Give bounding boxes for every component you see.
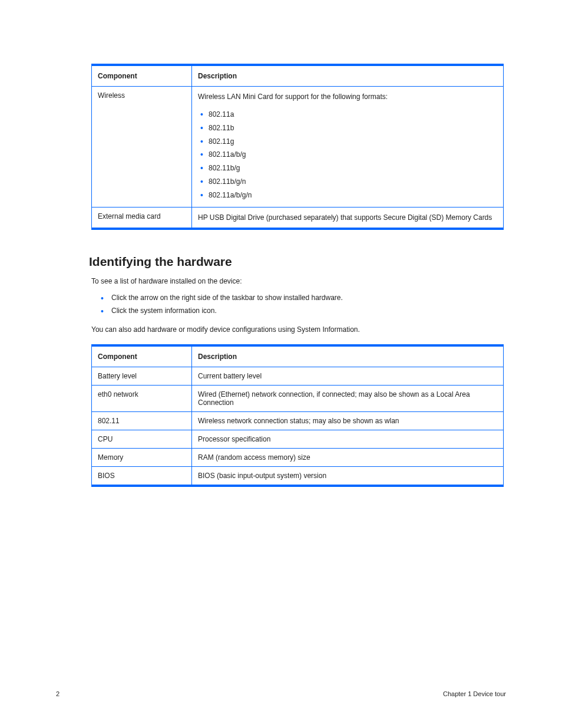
list-item: 802.11b/g bbox=[198, 162, 497, 175]
table-row: BIOS BIOS (basic input-output system) ve… bbox=[92, 466, 504, 486]
cell-description: BIOS (basic input-output system) version bbox=[192, 466, 504, 486]
table-row: CPU Processor specification bbox=[92, 430, 504, 448]
table-row: eth0 network Wired (Ethernet) network co… bbox=[92, 385, 504, 411]
components-table-2: Component Description Battery level Curr… bbox=[91, 344, 504, 487]
cell-description: Current battery level bbox=[192, 367, 504, 385]
cell-description: Wireless LAN Mini Card for support for t… bbox=[192, 87, 504, 207]
cell-component: Memory bbox=[92, 448, 192, 466]
table-row: 802.11 Wireless network connection statu… bbox=[92, 411, 504, 430]
list-item: 802.11b bbox=[198, 121, 497, 135]
components-table-1: Component Description Wireless Wireless … bbox=[91, 64, 504, 230]
cell-description: Wireless network connection status; may … bbox=[192, 411, 504, 430]
list-item: Click the arrow on the right side of the… bbox=[100, 291, 506, 304]
cell-component: 802.11 bbox=[92, 411, 192, 430]
chapter-label: Chapter 1 Device tour bbox=[443, 690, 506, 697]
cell-description: RAM (random access memory) size bbox=[192, 448, 504, 466]
list-item: 802.11a bbox=[198, 108, 497, 121]
table-row: Wireless Wireless LAN Mini Card for supp… bbox=[92, 87, 504, 207]
cell-component: eth0 network bbox=[92, 385, 192, 411]
cell-component: BIOS bbox=[92, 466, 192, 486]
page-footer: 2 Chapter 1 Device tour bbox=[56, 690, 506, 697]
table-row: Memory RAM (random access memory) size bbox=[92, 448, 504, 466]
cell-description: Processor specification bbox=[192, 430, 504, 448]
table2-header-description: Description bbox=[192, 345, 504, 367]
table-row: External media card HP USB Digital Drive… bbox=[92, 207, 504, 229]
table1-header-component: Component bbox=[92, 65, 192, 87]
list-item: 802.11g bbox=[198, 135, 497, 149]
table-row: Battery level Current battery level bbox=[92, 367, 504, 385]
list-item: 802.11a/b/g/n bbox=[198, 189, 497, 202]
table2-header-component: Component bbox=[92, 345, 192, 367]
cell-component: Wireless bbox=[92, 87, 192, 207]
steps-list: Click the arrow on the right side of the… bbox=[100, 291, 506, 317]
section-heading: Identifying the hardware bbox=[89, 255, 506, 269]
page-number: 2 bbox=[56, 690, 59, 697]
cell-component: Battery level bbox=[92, 367, 192, 385]
list-item: 802.11b/g/n bbox=[198, 175, 497, 189]
list-item: Click the system information icon. bbox=[100, 304, 506, 317]
cell-component: External media card bbox=[92, 207, 192, 229]
wireless-formats-list: 802.11a 802.11b 802.11g 802.11a/b/g 802.… bbox=[198, 108, 497, 202]
cell-description: HP USB Digital Drive (purchased separate… bbox=[192, 207, 504, 229]
table1-header-description: Description bbox=[192, 65, 504, 87]
wireless-lead: Wireless LAN Mini Card for support for t… bbox=[198, 91, 497, 102]
list-item: 802.11a/b/g bbox=[198, 148, 497, 162]
cell-component: CPU bbox=[92, 430, 192, 448]
cell-description: Wired (Ethernet) network connection, if … bbox=[192, 385, 504, 411]
section-intro: To see a list of hardware installed on t… bbox=[91, 277, 506, 285]
section-post: You can also add hardware or modify devi… bbox=[91, 325, 506, 334]
